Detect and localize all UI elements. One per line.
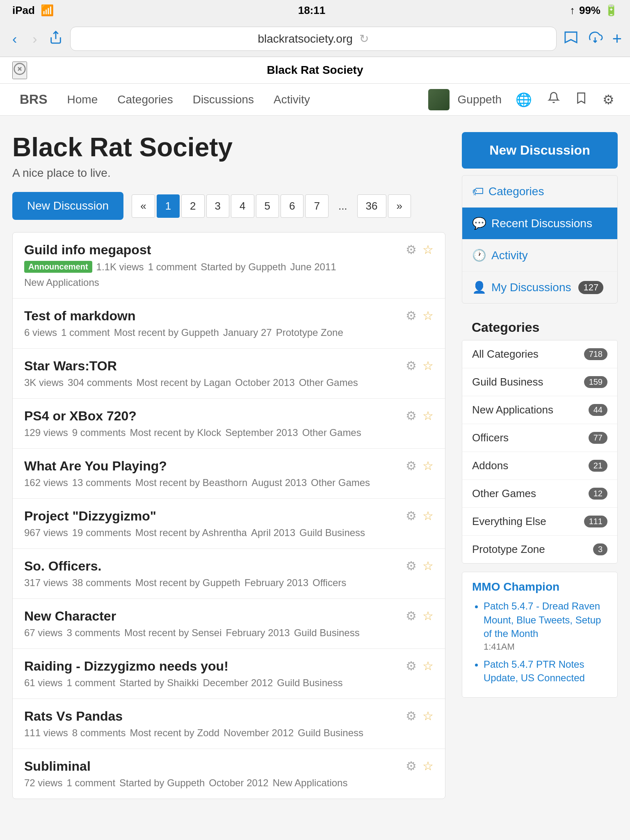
category-item[interactable]: Guild Business 159 <box>462 368 617 396</box>
gear-icon[interactable]: ⚙ <box>406 459 417 473</box>
category-item[interactable]: All Categories 718 <box>462 340 617 368</box>
page-3-button[interactable]: 3 <box>206 194 229 218</box>
add-tab-button[interactable]: + <box>612 30 622 48</box>
site-nav-bar: BRS Home Categories Discussions Activity… <box>0 84 630 116</box>
page-36-button[interactable]: 36 <box>357 194 386 218</box>
star-icon[interactable]: ☆ <box>422 308 434 323</box>
gear-icon[interactable]: ⚙ <box>406 509 417 523</box>
nav-activity[interactable]: Activity <box>264 85 320 114</box>
url-bar[interactable]: blackratsociety.org ↻ <box>70 27 557 51</box>
category-item[interactable]: Officers 77 <box>462 424 617 452</box>
prev-page-button[interactable]: « <box>132 194 155 218</box>
nav-discussions[interactable]: Discussions <box>183 85 264 114</box>
discussion-item[interactable]: So. Officers. 317 views38 commentsMost r… <box>13 549 445 599</box>
page-2-button[interactable]: 2 <box>181 194 204 218</box>
gear-icon[interactable]: ⚙ <box>406 358 417 373</box>
page-7-button[interactable]: 7 <box>305 194 328 218</box>
discussion-item[interactable]: Project "Dizzygizmo" 967 views19 comment… <box>13 499 445 549</box>
pagination: « 1 2 3 4 5 6 7 ... 36 » <box>132 194 411 218</box>
mmo-list-item[interactable]: Patch 5.4.7 - Dread Raven Mount, Blue Tw… <box>484 599 607 653</box>
date-label: February 2013 <box>244 577 308 589</box>
categories-section-heading: Categories <box>462 312 618 340</box>
discussion-meta: 967 views19 commentsMost recent by Ashre… <box>24 527 397 539</box>
category-count: 12 <box>589 488 607 500</box>
sidebar-link-my-discussions[interactable]: 👤 My Discussions 127 <box>462 272 617 303</box>
comments-count: 304 comments <box>68 377 132 388</box>
sidebar-link-activity[interactable]: 🕐 Activity <box>462 240 617 272</box>
discussion-item[interactable]: PS4 or XBox 720? 129 views9 commentsMost… <box>13 399 445 449</box>
views-count: 111 views <box>24 727 68 739</box>
back-button[interactable]: ‹ <box>8 29 21 48</box>
page-6-button[interactable]: 6 <box>281 194 304 218</box>
category-item[interactable]: Prototype Zone 3 <box>462 536 617 563</box>
gear-icon[interactable]: ⚙ <box>406 559 417 573</box>
sidebar-new-discussion-button[interactable]: New Discussion <box>462 132 618 169</box>
discussion-item[interactable]: Rats Vs Pandas 111 views8 commentsMost r… <box>13 699 445 749</box>
discussion-item[interactable]: Star Wars:TOR 3K views304 commentsMost r… <box>13 349 445 399</box>
category-item[interactable]: Other Games 12 <box>462 480 617 508</box>
star-icon[interactable]: ☆ <box>422 759 434 773</box>
category-item[interactable]: New Applications 44 <box>462 396 617 424</box>
discussion-meta: 129 views9 commentsMost recent by KlockS… <box>24 427 397 438</box>
views-count: 967 views <box>24 527 68 539</box>
meta-text: Most recent by Lagan <box>136 377 231 388</box>
gear-icon[interactable]: ⚙ <box>406 709 417 723</box>
settings-icon-btn[interactable]: ⚙ <box>597 89 620 111</box>
date-label: October 2012 <box>209 777 268 789</box>
star-icon[interactable]: ☆ <box>422 409 434 423</box>
meta-text: Started by Guppeth <box>119 777 205 789</box>
new-discussion-button-main[interactable]: New Discussion <box>12 192 123 220</box>
discussion-actions: ⚙ ☆ <box>406 308 434 323</box>
star-icon[interactable]: ☆ <box>422 559 434 573</box>
discussion-item[interactable]: Raiding - Dizzygizmo needs you! 61 views… <box>13 649 445 699</box>
user-avatar[interactable] <box>428 89 450 110</box>
discussion-item[interactable]: Test of markdown 6 views1 commentMost re… <box>13 299 445 349</box>
share-button[interactable] <box>49 30 63 48</box>
discussion-content: Star Wars:TOR 3K views304 commentsMost r… <box>24 358 397 388</box>
category-item[interactable]: Addons 21 <box>462 452 617 480</box>
nav-categories[interactable]: Categories <box>107 85 183 114</box>
globe-icon-btn[interactable]: 🌐 <box>510 89 538 111</box>
discussion-item[interactable]: What Are You Playing? 162 views13 commen… <box>13 449 445 499</box>
category-item[interactable]: Everything Else 111 <box>462 508 617 536</box>
gear-icon[interactable]: ⚙ <box>406 759 417 773</box>
discussion-item[interactable]: New Character 67 views3 commentsMost rec… <box>13 599 445 649</box>
discussion-item[interactable]: Subliminal 72 views1 commentStarted by G… <box>13 749 445 799</box>
nav-home[interactable]: Home <box>57 85 108 114</box>
star-icon[interactable]: ☆ <box>422 509 434 523</box>
page-1-button[interactable]: 1 <box>157 194 180 218</box>
reload-icon: ↻ <box>359 32 369 46</box>
bookmark-icon-btn[interactable] <box>570 88 593 111</box>
forward-button[interactable]: › <box>28 29 41 48</box>
category-count: 21 <box>589 460 607 472</box>
cloud-button[interactable] <box>587 30 603 48</box>
site-logo[interactable]: BRS <box>10 84 57 115</box>
page-4-button[interactable]: 4 <box>231 194 254 218</box>
gear-icon[interactable]: ⚙ <box>406 242 417 257</box>
next-page-button[interactable]: » <box>388 194 411 218</box>
star-icon[interactable]: ☆ <box>422 459 434 473</box>
sidebar-categories-label: Categories <box>488 185 544 198</box>
sidebar-link-recent-discussions[interactable]: 💬 Recent Discussions <box>462 208 617 240</box>
meta-text: Started by Shaikki <box>119 677 199 689</box>
star-icon[interactable]: ☆ <box>422 659 434 673</box>
gear-icon[interactable]: ⚙ <box>406 308 417 323</box>
mmo-list-item[interactable]: Patch 5.4.7 PTR Notes Update, US Connect… <box>484 657 607 685</box>
username-label[interactable]: Guppeth <box>454 93 506 106</box>
gear-icon[interactable]: ⚙ <box>406 659 417 673</box>
page-5-button[interactable]: 5 <box>256 194 279 218</box>
category-count: 77 <box>589 432 607 444</box>
chat-icon: 💬 <box>472 217 486 230</box>
discussion-item[interactable]: Guild info megapost Announcement1.1K vie… <box>13 233 445 299</box>
gear-icon[interactable]: ⚙ <box>406 609 417 623</box>
star-icon[interactable]: ☆ <box>422 709 434 723</box>
star-icon[interactable]: ☆ <box>422 358 434 373</box>
close-button[interactable] <box>12 62 27 79</box>
gear-icon[interactable]: ⚙ <box>406 409 417 423</box>
discussion-meta: 67 views3 commentsMost recent by SenseiF… <box>24 627 397 639</box>
sidebar-link-categories[interactable]: 🏷 Categories <box>462 176 617 208</box>
star-icon[interactable]: ☆ <box>422 242 434 257</box>
star-icon[interactable]: ☆ <box>422 609 434 623</box>
bookmarks-button[interactable] <box>564 30 578 48</box>
notification-icon-btn[interactable] <box>542 88 566 111</box>
